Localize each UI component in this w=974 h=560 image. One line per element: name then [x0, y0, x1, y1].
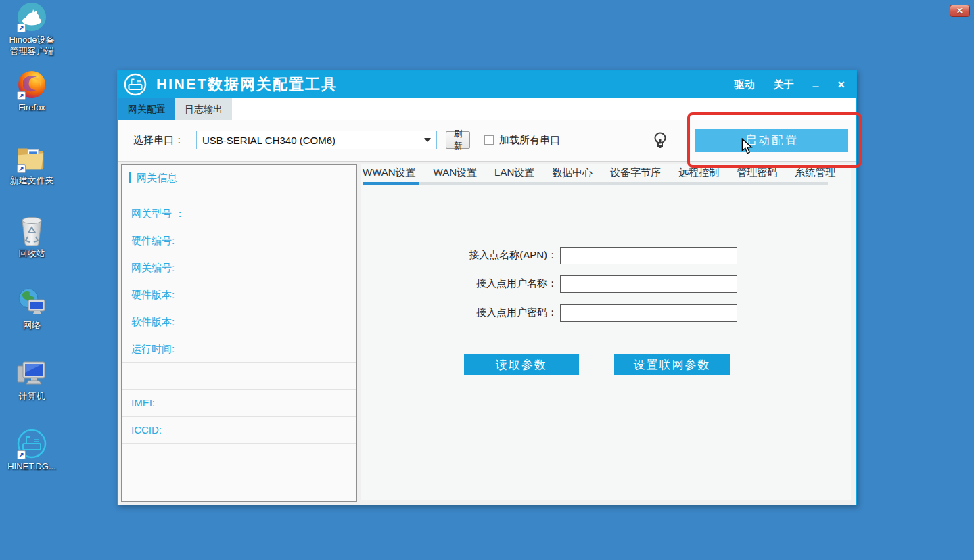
desktop-icon-label: 新建文件夹	[10, 175, 54, 187]
shortcut-arrow-icon: ↗	[17, 24, 26, 32]
apn-password-label: 接入点用户密码：	[361, 306, 557, 319]
firefox-icon: ↗	[16, 69, 47, 100]
gateway-info-row-uptime: 运行时间:	[122, 335, 356, 362]
gateway-info-row-imei: IMEI:	[122, 389, 356, 416]
tab-gateway-config[interactable]: 网关配置	[118, 98, 175, 120]
gateway-info-panel: 网关信息 网关型号 ： 硬件编号: 网关编号: 硬件版本: 软件版本: 运行时间…	[121, 164, 357, 502]
apn-username-label: 接入点用户名称：	[361, 277, 557, 290]
folder-icon: ↗	[16, 142, 47, 173]
load-all-ports-checkbox[interactable]	[484, 135, 494, 145]
desktop-icon-label: Hinode设备 管理客户端	[9, 34, 54, 57]
driver-menu-button[interactable]: 驱动	[735, 78, 755, 91]
gateway-info-header: 网关信息	[129, 172, 177, 183]
gateway-info-row-blank	[122, 362, 356, 389]
about-menu-button[interactable]: 关于	[774, 78, 794, 91]
port-select-label: 选择串口：	[133, 134, 184, 147]
active-tab-underline	[363, 182, 419, 185]
shortcut-arrow-icon: ↗	[17, 91, 26, 100]
load-all-ports-label: 加载所有串口	[499, 134, 560, 147]
main-tab-strip: 网关配置 日志输出	[118, 98, 856, 120]
close-button[interactable]: ×	[837, 78, 845, 92]
screen-overlay-close-button[interactable]: ✕	[950, 5, 970, 17]
desktop-icon-hinode-client[interactable]: ↗ Hinode设备 管理客户端	[1, 1, 62, 57]
gateway-info-row-hw-ver: 硬件版本:	[122, 281, 356, 308]
gateway-info-row-gw-id: 网关编号:	[122, 254, 356, 281]
minimize-button[interactable]: _	[813, 76, 819, 88]
tab-underline	[363, 182, 828, 185]
content-area: 网关信息 网关型号 ： 硬件编号: 网关编号: 硬件版本: 软件版本: 运行时间…	[118, 162, 856, 505]
tab-wan-settings[interactable]: WAN设置	[434, 166, 477, 182]
tab-lan-settings[interactable]: LAN设置	[494, 166, 534, 182]
desktop-icon-firefox[interactable]: ↗ Firefox	[1, 69, 62, 114]
tab-log-output[interactable]: 日志输出	[175, 98, 232, 120]
titlebar[interactable]: HINET数据网关配置工具 驱动 关于 _ ×	[118, 71, 856, 98]
desktop-icon-label: Firefox	[18, 102, 45, 114]
settings-tab-strip: WWAN设置 WAN设置 LAN设置 数据中心 设备字节序 远程控制 管理密码 …	[361, 164, 851, 182]
refresh-button[interactable]: 刷新	[446, 131, 470, 149]
desktop-icon-hinet-dg[interactable]: ↗ HINET.DG...	[1, 428, 62, 473]
apn-password-input[interactable]	[560, 304, 737, 322]
tab-data-center[interactable]: 数据中心	[552, 166, 593, 182]
desktop-icon-recycle-bin[interactable]: 回收站	[1, 215, 62, 260]
serial-port-value: USB-SERIAL CH340 (COM6)	[202, 135, 335, 146]
desktop-icon-label: 计算机	[19, 391, 45, 402]
app-window: HINET数据网关配置工具 驱动 关于 _ × 网关配置 日志输出 选择串口： …	[117, 70, 857, 505]
recycle-bin-icon	[16, 215, 47, 246]
desktop-icon-network[interactable]: 网络	[1, 287, 62, 331]
gateway-info-row-model: 网关型号 ：	[122, 200, 356, 227]
hinet-router-icon: ↗	[16, 428, 47, 459]
chevron-down-icon	[424, 138, 431, 142]
window-title: HINET数据网关配置工具	[156, 74, 338, 95]
gateway-info-row-iccid: ICCID:	[122, 416, 356, 444]
tab-byte-order[interactable]: 设备字节序	[610, 166, 661, 182]
shortcut-arrow-icon: ↗	[17, 164, 26, 173]
hinode-client-icon: ↗	[16, 1, 47, 32]
serial-port-select[interactable]: USB-SERIAL CH340 (COM6)	[196, 131, 437, 149]
gateway-info-row-sw-ver: 软件版本:	[122, 308, 356, 335]
gateway-info-row-hw-id: 硬件编号:	[122, 227, 356, 254]
read-params-button[interactable]: 读取参数	[464, 354, 579, 375]
tab-admin-password[interactable]: 管理密码	[737, 166, 777, 182]
apn-input[interactable]	[560, 247, 737, 264]
apn-label: 接入点名称(APN)：	[361, 249, 557, 262]
desktop-icon-computer[interactable]: 计算机	[1, 358, 62, 402]
network-icon	[16, 287, 47, 318]
desktop-icon-label: HINET.DG...	[7, 461, 56, 473]
settings-panel: WWAN设置 WAN设置 LAN设置 数据中心 设备字节序 远程控制 管理密码 …	[361, 164, 851, 500]
apn-username-input[interactable]	[560, 275, 737, 293]
set-network-params-button[interactable]: 设置联网参数	[614, 354, 730, 375]
tab-system-management[interactable]: 系统管理	[795, 166, 835, 182]
toolbar: 选择串口： USB-SERIAL CH340 (COM6) 刷新 加载所有串口 …	[118, 120, 856, 162]
start-config-button[interactable]: 启动配置	[695, 129, 848, 152]
app-router-icon	[124, 73, 147, 96]
computer-icon	[16, 358, 47, 389]
tab-wwan-settings[interactable]: WWAN设置	[363, 166, 416, 182]
desktop-icon-new-folder[interactable]: ↗ 新建文件夹	[1, 142, 62, 187]
shortcut-arrow-icon: ↗	[17, 450, 26, 459]
tab-remote-control[interactable]: 远程控制	[678, 166, 719, 182]
desktop-icon-label: 回收站	[19, 248, 45, 260]
tip-lightbulb-icon[interactable]	[653, 131, 668, 150]
desktop-icon-label: 网络	[23, 320, 41, 331]
